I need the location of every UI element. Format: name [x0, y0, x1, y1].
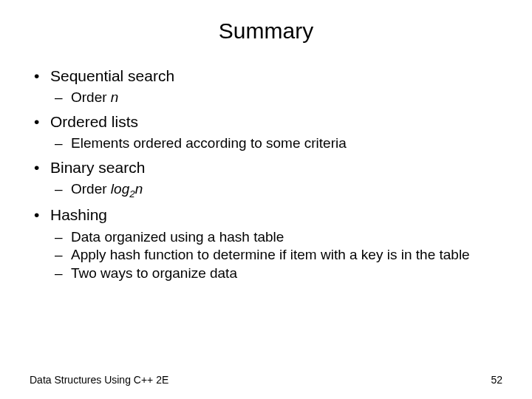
sub-text: Elements ordered according to some crite…	[71, 135, 347, 151]
footer-source: Data Structures Using C++ 2E	[30, 374, 168, 386]
math-sub-2: 2	[129, 188, 134, 200]
sub-text: Order	[71, 89, 111, 105]
sub-bullet: Elements ordered according to some crite…	[50, 134, 502, 153]
bullet-text: Hashing	[50, 206, 107, 223]
sub-bullet: Apply hash function to determine if item…	[50, 246, 502, 265]
footer-page-number: 52	[491, 374, 502, 386]
sublist: Order n	[50, 89, 502, 107]
sub-text: Two ways to organize data	[71, 265, 237, 281]
sub-text: Apply hash function to determine if item…	[71, 247, 470, 262]
bullet-binary-search: Binary search Order log2n	[30, 157, 502, 200]
math-log: log	[111, 181, 129, 197]
sub-bullet: Order log2n	[50, 180, 502, 200]
sublist: Elements ordered according to some crite…	[50, 134, 502, 153]
slide: Summary Sequential search Order n Ordere…	[0, 0, 532, 399]
sub-bullet: Two ways to organize data	[50, 265, 502, 283]
bullet-text: Sequential search	[50, 67, 174, 84]
math-n: n	[135, 181, 143, 197]
bullet-text: Ordered lists	[50, 113, 138, 130]
bullet-text: Binary search	[50, 159, 145, 176]
sub-text: Data organized using a hash table	[71, 229, 284, 245]
bullet-sequential-search: Sequential search Order n	[30, 66, 502, 107]
bullet-list: Sequential search Order n Ordered lists …	[30, 66, 502, 283]
slide-title: Summary	[30, 18, 502, 44]
bullet-ordered-lists: Ordered lists Elements ordered according…	[30, 112, 502, 153]
sublist: Data organized using a hash table Apply …	[50, 228, 502, 283]
bullet-hashing: Hashing Data organized using a hash tabl…	[30, 205, 502, 282]
sublist: Order log2n	[50, 180, 502, 200]
sub-bullet: Data organized using a hash table	[50, 228, 502, 247]
sub-text: Order	[71, 181, 111, 197]
math-n: n	[111, 89, 119, 105]
slide-footer: Data Structures Using C++ 2E 52	[30, 374, 502, 386]
sub-bullet: Order n	[50, 89, 502, 107]
